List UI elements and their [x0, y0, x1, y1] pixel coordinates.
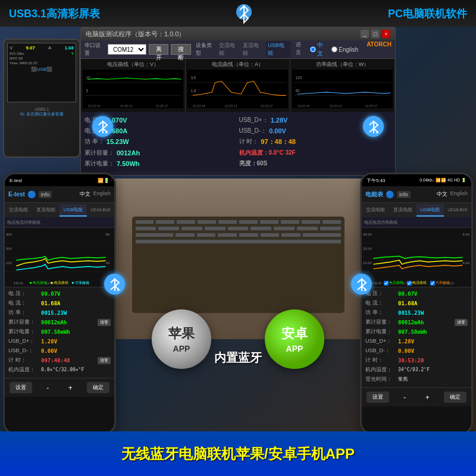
phone-left-settings-btn[interactable]: 设置: [10, 382, 32, 393]
key: [273, 226, 295, 231]
phone-right-t-lbl: 计 时：: [365, 356, 398, 364]
key: [181, 226, 203, 231]
phone-left-i-val: 01.68A: [41, 300, 61, 306]
pc-toolbar: 串口设置 COM12 离开 搜断 设备类型 交流电能 直流电能 USB电能 语言…: [81, 40, 395, 58]
power-check[interactable]: [430, 281, 435, 286]
svg-text:3.6: 3.6: [190, 76, 196, 80]
phone-right-lang: 中文 English: [437, 190, 468, 198]
pc-title: 电脑版测试程序（版本号：1.0.0）: [86, 30, 185, 39]
pc-data-panel: 电 压： 9.070V USB_D+： 1.28V 电 流： 1.680A US…: [81, 112, 395, 171]
phone-right-tab2[interactable]: 直流电能: [389, 204, 416, 217]
phone-left-tab4[interactable]: UD18-BLE: [87, 205, 114, 215]
key: [296, 226, 318, 231]
phone-right-temp-row: 机内温度： 34°C/93.2°F: [365, 366, 468, 374]
open-btn[interactable]: 离开: [149, 44, 168, 55]
phone-right-settings-btn[interactable]: 设置: [367, 392, 389, 403]
phone-right-info-btn[interactable]: info: [397, 191, 411, 198]
lang-en-option[interactable]: English: [331, 41, 358, 58]
phone-left-v-val: 09.07V: [41, 291, 61, 297]
lang-section: 语言 中文 English ATORCH: [296, 41, 392, 58]
brand-logo: ATORCH: [367, 41, 392, 58]
phone-left-minus-btn[interactable]: -: [42, 383, 54, 393]
phone-left-lang-en[interactable]: English: [93, 190, 111, 198]
phone-right-plus-btn[interactable]: +: [421, 392, 434, 403]
keyboard-rows: [132, 217, 345, 247]
phone-right-tab1[interactable]: 交流电能: [362, 204, 389, 217]
phone-left-cap-val: 00012mAh: [41, 320, 67, 325]
phone-right-minus-btn[interactable]: -: [399, 392, 411, 403]
phone-right-tab3[interactable]: USB电能: [416, 204, 444, 217]
phone-left-tmp-lbl: 机内温度：: [8, 366, 41, 374]
r-voltage-legend: 电压曲线: [384, 280, 403, 286]
pc-usbdm-val: 0.00V: [269, 127, 286, 134]
phone-left-confirm-btn[interactable]: 确定: [87, 382, 109, 393]
phone-right-p-lbl: 功 率：: [365, 309, 398, 317]
close-btn-port[interactable]: 搜断: [171, 44, 190, 55]
phone-left-energy-row: 累计电量： 007.50mWh: [8, 328, 111, 336]
pc-energy-label: 累计电量：: [84, 159, 114, 168]
apple-app-btn[interactable]: 苹果 APP: [152, 309, 211, 369]
phone-left-temp-row: 机内温度： 0.0+°C/32.00+°F: [8, 366, 111, 374]
phone-left-tab2[interactable]: 直流电能: [32, 204, 60, 217]
phone-right-v-lbl: 电 压：: [365, 290, 398, 298]
phone-right-dm-lbl: USB_D-：: [365, 347, 398, 355]
bluetooth-icon-right: [363, 116, 384, 137]
key: [176, 220, 196, 224]
key: [239, 220, 258, 224]
svg-text:10:22:44: 10:22:44: [193, 104, 205, 108]
phone-right-lang-en[interactable]: English: [450, 190, 468, 198]
voltage-chart-area: 10 5 10:22:44 10:25:11 10:25:17: [83, 70, 183, 108]
phone-right-cap-lbl: 累计容量：: [365, 318, 398, 326]
phone-left-plus-btn[interactable]: +: [64, 383, 77, 393]
phone-left-info-btn[interactable]: info: [39, 191, 52, 198]
phone-right-time: 下午5:43: [367, 177, 386, 184]
port-select[interactable]: COM12: [108, 44, 146, 55]
current-check[interactable]: [407, 281, 412, 286]
device-usb[interactable]: USB电能: [266, 41, 291, 58]
power-legend: ■ 功率曲线: [72, 280, 89, 286]
phone-left-tab3[interactable]: USB电能: [60, 204, 87, 217]
close-btn[interactable]: ×: [382, 30, 390, 38]
key: [135, 226, 157, 231]
phone-left-dp-val: 1.28V: [41, 339, 57, 345]
voltage-check[interactable]: [384, 281, 389, 286]
phone-left-clear-cap[interactable]: 清零: [98, 319, 111, 326]
phone-left-t-val: 097:48:48: [41, 358, 70, 364]
minimize-btn[interactable]: _: [361, 30, 369, 38]
phone-right-current-row: 电 流： 01.68A: [365, 299, 468, 307]
pc-power-val: 15.23W: [107, 138, 129, 145]
phone-right-t-val: 38:53:20: [398, 358, 424, 364]
pc-window-controls: _ □ ×: [361, 30, 390, 38]
phone-left-tab1[interactable]: 交流电能: [5, 204, 32, 217]
key: [155, 220, 175, 224]
maximize-btn[interactable]: □: [371, 30, 380, 38]
svg-text:20V: 20V: [6, 247, 12, 250]
device-section: 设备类型 交流电能 直流电能 USB电能: [196, 41, 292, 58]
phone-right-bl-val: 常亮: [398, 376, 408, 383]
phone-right-lang-cn[interactable]: 中文: [437, 190, 447, 198]
current-chart-title: 电流曲线（单位：A）: [187, 61, 288, 68]
lang-cn-option[interactable]: 中文: [310, 41, 328, 58]
phone-left-body: E-test 📶🔋 E-test 🔵 info 中文 English 交流电能 …: [3, 173, 116, 434]
svg-text:6.0A: 6.0A: [462, 233, 469, 236]
svg-text:30V: 30V: [6, 233, 12, 236]
phone-right-tab4[interactable]: UD18-BLE: [444, 205, 471, 215]
phone-left-dm-lbl: USB_D-：: [8, 347, 41, 355]
phone-right-i-lbl: 电 流：: [365, 299, 398, 307]
phone-right-v-val: 09.07V: [398, 291, 418, 297]
usb-device-area: V 9.07 A 1.68 015 23bc Y 0007.S0 Time: 0…: [0, 33, 86, 181]
phone-right-i-val: 01.68A: [398, 300, 418, 306]
current-chart-panel: 电流曲线（单位：A） 3.6 1.8 10:22:44 10:25:11 10:…: [186, 59, 290, 112]
phone-left-clear-time[interactable]: 清零: [98, 357, 111, 364]
key: [158, 226, 180, 231]
phone-right-clear-cap[interactable]: 清零: [455, 319, 468, 326]
power-chart-panel: 功率曲线（单位：W） 120 60 10:22:44 10:25:11 10:2…: [290, 59, 395, 112]
pc-charts-row: 电压曲线（单位：V） 10 5 10:22:44 10:25:11 10:25:…: [81, 58, 395, 112]
android-app-btn[interactable]: 安卓 APP: [265, 309, 324, 369]
phone-right-confirm-btn[interactable]: 确定: [444, 392, 466, 403]
phone-left-subtab: 电压电流功率曲线: [5, 217, 114, 228]
phone-right-status: 下午5:43 0.04kb↓ 📶📶 4G HD 🔋: [362, 174, 471, 186]
phone-right-subtab-label: 电压电流功率曲线: [364, 220, 397, 226]
svg-text:10:25:11: 10:25:11: [225, 104, 237, 108]
phone-left-lang-cn[interactable]: 中文: [80, 190, 90, 198]
